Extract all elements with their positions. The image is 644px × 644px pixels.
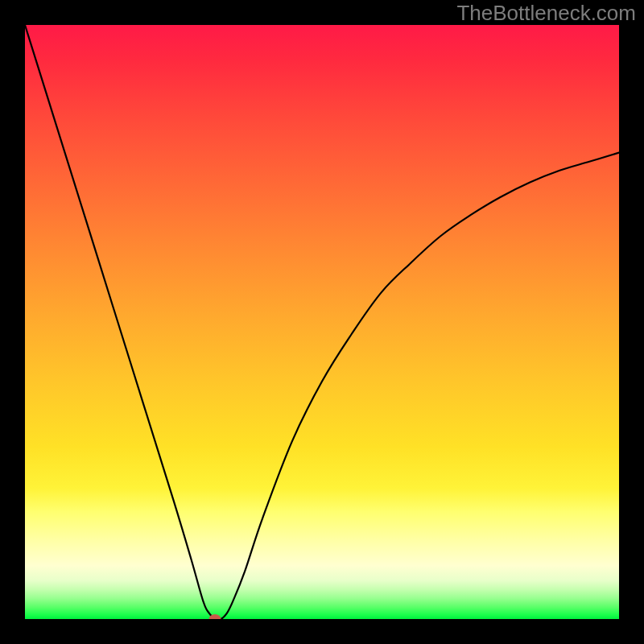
minimum-marker	[209, 614, 221, 619]
curve-layer	[25, 25, 619, 619]
bottleneck-curve	[25, 25, 619, 619]
attribution-label: TheBottleneck.com	[456, 1, 636, 26]
chart-frame: TheBottleneck.com	[0, 0, 644, 644]
plot-area	[25, 25, 619, 619]
